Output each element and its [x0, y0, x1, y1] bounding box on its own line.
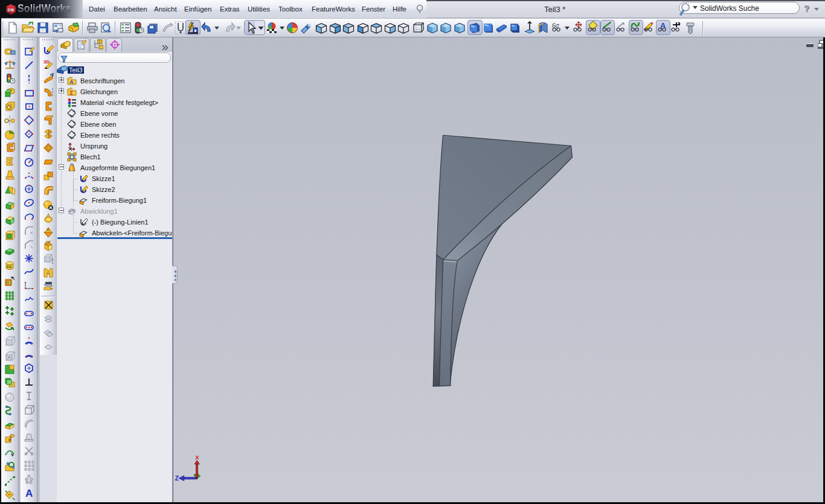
svg-text:Σ: Σ [70, 90, 74, 96]
svg-text:X: X [195, 454, 199, 461]
svg-text:EB: EB [7, 265, 12, 269]
svg-text:SW: SW [7, 8, 14, 12]
svg-text:Z: Z [175, 475, 179, 482]
svg-text:A: A [25, 488, 33, 499]
svg-text:A: A [69, 79, 74, 85]
